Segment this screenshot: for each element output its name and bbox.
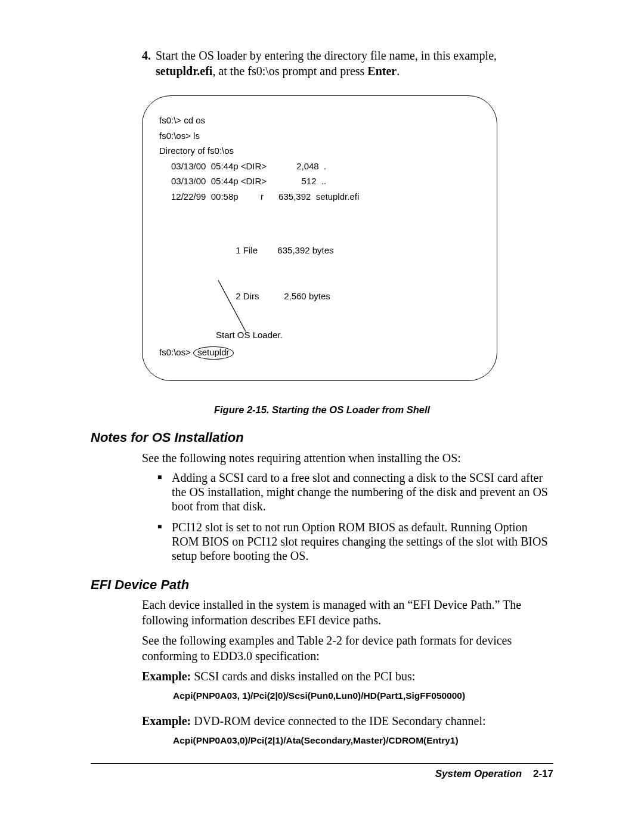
figure-caption: Figure 2-15. Starting the OS Loader from… xyxy=(91,404,553,416)
example-1: Example: SCSI cards and disks installed … xyxy=(142,668,553,684)
step-text-bold2: Enter xyxy=(367,64,397,78)
example-1-code: Acpi(PNP0A03, 1)/Pci(2|0)/Scsi(Pun0,Lun0… xyxy=(173,690,553,702)
terminal-command-oval: setupldr xyxy=(193,346,233,360)
heading-efi-device-path: EFI Device Path xyxy=(91,577,553,594)
terminal-line: fs0:\os> ls xyxy=(159,128,480,144)
terminal-line: fs0:\> cd os xyxy=(159,113,480,128)
step-text-pre: Start the OS loader by entering the dire… xyxy=(156,49,497,62)
terminal-command-row: fs0:\os> setupldr xyxy=(159,345,480,360)
notes-bullet-list: Adding a SCSI card to a free slot and co… xyxy=(157,470,553,563)
efi-paragraph-2: See the following examples and Table 2-2… xyxy=(142,633,553,664)
terminal-line: Directory of fs0:\os xyxy=(159,143,480,159)
page-footer: System Operation 2-17 xyxy=(91,767,553,781)
list-item: PCI12 slot is set to not run Option ROM … xyxy=(157,520,553,563)
step-text-mid: , at the fs0:\os prompt and press xyxy=(212,64,367,78)
list-item: Adding a SCSI card to a free slot and co… xyxy=(157,470,553,514)
example-label: Example: xyxy=(142,670,191,683)
example-2-code: Acpi(PNP0A03,0)/Pci(2|1)/Ata(Secondary,M… xyxy=(173,735,553,747)
footer-page-number: 2-17 xyxy=(533,768,553,779)
terminal-row: 03/13/00 05:44p <DIR> 512 .. xyxy=(171,174,480,189)
svg-line-0 xyxy=(218,280,246,332)
step-4: 4. Start the OS loader by entering the d… xyxy=(142,48,553,79)
example-text: DVD-ROM device connected to the IDE Seco… xyxy=(191,714,485,727)
terminal-box: fs0:\> cd os fs0:\os> ls Directory of fs… xyxy=(142,95,497,381)
notes-intro: See the following notes requiring attent… xyxy=(142,450,553,466)
efi-paragraph-1: Each device installed in the system is m… xyxy=(142,597,553,628)
footer-rule xyxy=(91,763,553,764)
terminal-figure-wrap: fs0:\> cd os fs0:\os> ls Directory of fs… xyxy=(91,95,553,381)
example-label: Example: xyxy=(142,714,191,727)
terminal-summary-line: 1 File 635,392 bytes xyxy=(231,243,480,258)
terminal-prompt: fs0:\os> xyxy=(159,347,191,357)
step-number: 4. xyxy=(142,48,151,63)
step-text-end: . xyxy=(397,64,400,78)
terminal-row: 03/13/00 05:44p <DIR> 2,048 . xyxy=(171,159,480,174)
heading-notes-os-installation: Notes for OS Installation xyxy=(91,429,553,447)
step-text: Start the OS loader by entering the dire… xyxy=(156,48,553,79)
step-text-bold1: setupldr.efi xyxy=(156,64,212,78)
terminal-row: 12/22/99 00:58p r 635,392 setupldr.efi xyxy=(171,189,480,205)
example-2: Example: DVD-ROM device connected to the… xyxy=(142,713,553,729)
example-text: SCSI cards and disks installed on the PC… xyxy=(191,670,415,683)
callout-label: Start OS Loader. xyxy=(216,329,283,341)
footer-title: System Operation xyxy=(435,768,522,779)
